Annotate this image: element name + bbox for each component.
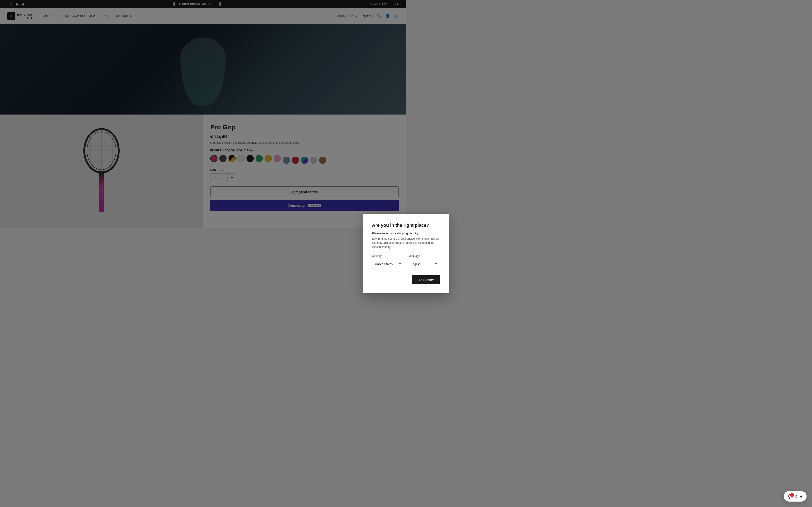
modal-subtitle: Please select your shipping country. — [372, 232, 406, 235]
modal-title: Are you in the right place? — [372, 223, 406, 228]
modal-description: Buy from the country of your choice. Rem… — [372, 237, 406, 249]
country-modal: Are you in the right place? Please selec… — [363, 214, 406, 253]
modal-overlay: Are you in the right place? Please selec… — [0, 0, 406, 253]
